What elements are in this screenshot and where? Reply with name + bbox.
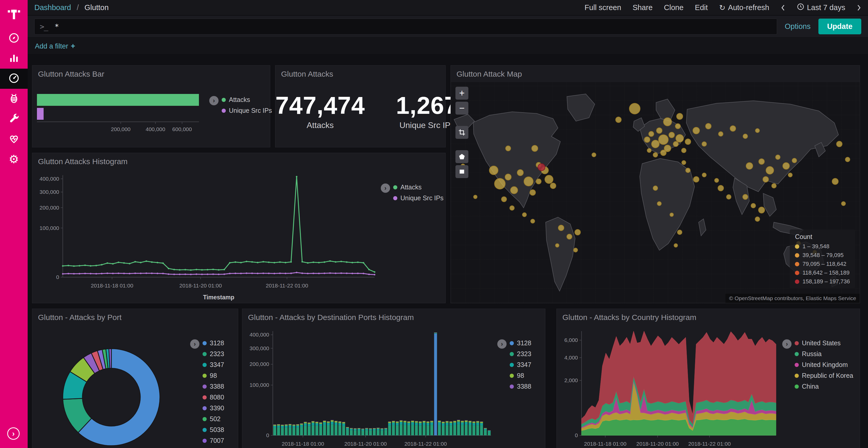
svg-text:0: 0: [56, 274, 59, 280]
legend-dot-icon: [393, 185, 397, 189]
legend-item[interactable]: 3388: [203, 383, 224, 390]
legend-dot-icon: [203, 363, 207, 367]
attack-point: [674, 243, 678, 247]
metric-attacks: 747,474 Attacks: [275, 92, 365, 130]
zoom-out-button[interactable]: −: [456, 102, 468, 114]
attack-point: [763, 176, 769, 182]
legend-item[interactable]: 3347: [203, 361, 224, 369]
time-range-button[interactable]: Last 7 days: [797, 3, 845, 12]
draw-rectangle-icon[interactable]: [456, 165, 468, 178]
legend-item[interactable]: 2323: [203, 350, 224, 358]
attack-point: [566, 234, 572, 240]
svg-text:2018-11-20 01:00: 2018-11-20 01:00: [636, 441, 679, 447]
attack-point: [473, 195, 477, 199]
search-input[interactable]: >_ *: [34, 19, 777, 35]
legend-item[interactable]: Russia: [795, 350, 853, 358]
draw-polygon-icon[interactable]: [456, 150, 468, 163]
legend-item[interactable]: 3128: [510, 339, 531, 347]
legend-item[interactable]: 3390: [203, 404, 224, 412]
legend-item[interactable]: Unique Src IPs: [393, 194, 443, 202]
sidebar-item-dev-tools[interactable]: [0, 109, 28, 129]
sidebar-item-dashboard[interactable]: [0, 69, 28, 89]
legend-item[interactable]: United Kingdom: [795, 361, 853, 369]
legend-toggle-icon[interactable]: ›: [381, 183, 390, 193]
legend-item[interactable]: Attacks: [222, 96, 272, 103]
plus-icon: +: [71, 42, 75, 50]
legend-item[interactable]: 5038: [203, 426, 224, 434]
svg-text:200,000: 200,000: [39, 205, 59, 211]
legend-toggle-icon[interactable]: ›: [497, 339, 506, 349]
legend-toggle-icon[interactable]: ›: [190, 339, 199, 349]
sidebar-item-monitoring[interactable]: [0, 129, 28, 149]
attack-point: [530, 219, 535, 223]
legend-label: 3128: [517, 339, 531, 347]
legend-item[interactable]: 3388: [510, 383, 531, 390]
legend-item[interactable]: 3347: [510, 361, 531, 369]
legend-item[interactable]: 3128: [203, 339, 224, 347]
legend-label: Unique Src IPs: [229, 107, 272, 114]
fit-bounds-icon[interactable]: [456, 126, 468, 139]
bar-chart-icon: [8, 53, 20, 65]
add-filter-link[interactable]: Add a filter+: [35, 42, 75, 50]
metric-row: 747,474 Attacks 1,267 Unique Src IPs: [275, 82, 458, 147]
attack-point: [726, 194, 731, 200]
svg-text:2018-11-22 01:00: 2018-11-22 01:00: [404, 441, 447, 447]
attack-point: [788, 173, 793, 177]
legend-item[interactable]: 2323: [510, 350, 531, 358]
legend-dot-icon: [203, 428, 207, 432]
attack-point: [692, 127, 700, 134]
panel-attacks-histogram: Glutton Attacks Histogram 0100,000200,00…: [32, 153, 445, 303]
legend: › 312823233347983388: [497, 325, 545, 448]
attack-point-high: [537, 163, 545, 171]
share-button[interactable]: Share: [633, 3, 653, 12]
legend-item[interactable]: 98: [203, 372, 224, 379]
update-button[interactable]: Update: [818, 19, 861, 34]
attack-point: [550, 183, 556, 189]
legend-dot-icon: [222, 98, 226, 102]
legend-dot-icon: [795, 363, 799, 367]
sidebar-item-visualize[interactable]: [0, 48, 28, 69]
legend-label: 3347: [210, 361, 224, 369]
sidebar-item-management[interactable]: ⚙: [0, 149, 28, 169]
legend-label: 3347: [517, 361, 531, 369]
zoom-in-button[interactable]: +: [456, 87, 468, 100]
legend-toggle-icon[interactable]: ›: [782, 339, 792, 349]
legend-toggle-icon[interactable]: ›: [209, 96, 219, 105]
legend-item[interactable]: United States: [795, 339, 853, 347]
clone-button[interactable]: Clone: [664, 3, 684, 12]
legend-label: Attacks: [229, 96, 250, 103]
time-back-button[interactable]: [781, 4, 785, 12]
attack-map[interactable]: + − Count 1 – 39,54839,548 – 79,09579,09…: [451, 82, 860, 303]
t-mobile-logo[interactable]: [0, 0, 28, 28]
compass-icon: [8, 32, 20, 45]
sidebar-item-discover[interactable]: [0, 28, 28, 48]
legend-label: 3128: [210, 339, 224, 347]
legend-item[interactable]: Attacks: [393, 183, 443, 191]
breadcrumb-dashboard-link[interactable]: Dashboard: [34, 3, 71, 12]
legend-item[interactable]: Republic of Korea: [795, 372, 853, 379]
sidebar-collapse-button[interactable]: ›: [7, 427, 20, 440]
legend-item[interactable]: 502: [203, 415, 224, 423]
legend-item[interactable]: China: [795, 383, 853, 390]
svg-text:2018-11-20 01:00: 2018-11-20 01:00: [179, 283, 222, 288]
legend-item[interactable]: Unique Src IPs: [222, 107, 272, 114]
full-screen-button[interactable]: Full screen: [585, 3, 621, 12]
sidebar: ⚙ ›: [0, 0, 28, 448]
attacks-histogram-chart: 0100,000200,000300,000400,0002018-11-18 …: [32, 170, 381, 303]
auto-refresh-button[interactable]: ↻ Auto-refresh: [719, 3, 769, 12]
legend-item[interactable]: 98: [510, 372, 531, 379]
legend-item[interactable]: 8080: [203, 393, 224, 401]
legend-item[interactable]: 7007: [203, 437, 224, 444]
attack-point: [489, 166, 498, 175]
map-attribution[interactable]: © OpenStreetMap contributors, Elastic Ma…: [725, 294, 860, 303]
edit-button[interactable]: Edit: [695, 3, 708, 12]
query-options-link[interactable]: Options: [785, 22, 811, 31]
sidebar-item-tpot[interactable]: [0, 89, 28, 109]
map-legend-item: 39,548 – 79,095: [795, 252, 850, 259]
attack-point: [746, 162, 753, 170]
attack-point: [615, 117, 622, 123]
attack-point: [702, 173, 707, 177]
attack-point: [771, 183, 777, 188]
attack-point: [730, 126, 736, 132]
time-forward-button[interactable]: [857, 4, 861, 12]
